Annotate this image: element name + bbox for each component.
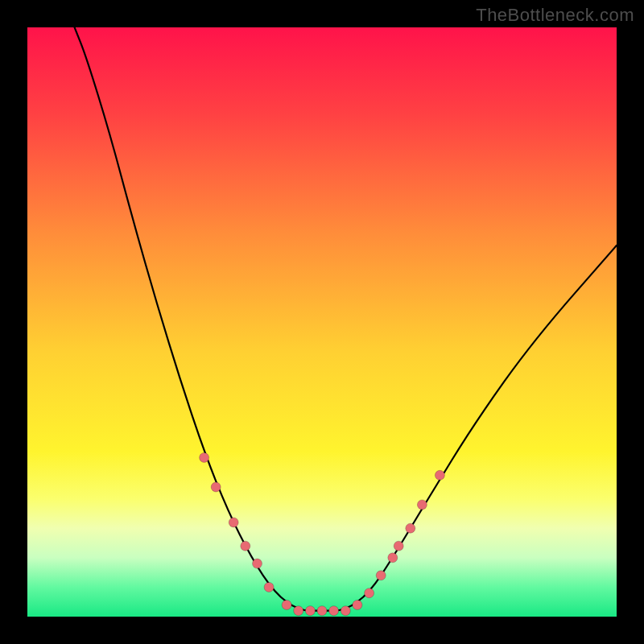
bottleneck-curve — [75, 27, 617, 611]
highlight-dot — [200, 452, 209, 462]
curve-layer — [27, 27, 617, 617]
highlight-dot — [365, 588, 374, 598]
chart-stage: TheBottleneck.com — [0, 0, 644, 644]
highlight-dot — [388, 553, 398, 563]
highlight-dot — [376, 571, 386, 580]
highlight-dot — [435, 470, 444, 480]
highlight-dot — [229, 518, 238, 527]
highlight-dot — [294, 606, 303, 616]
highlight-dot — [253, 559, 262, 568]
highlight-dot — [317, 606, 327, 616]
highlight-dots-group — [200, 452, 445, 615]
highlight-dot — [241, 541, 250, 551]
watermark-text: TheBottleneck.com — [476, 5, 634, 26]
highlight-dot — [282, 600, 291, 609]
highlight-dot — [341, 606, 350, 616]
highlight-dot — [329, 606, 339, 616]
highlight-dot — [305, 606, 315, 616]
highlight-dot — [211, 482, 221, 492]
highlight-dot — [353, 600, 362, 609]
plot-area — [27, 27, 617, 617]
highlight-dot — [264, 582, 274, 592]
highlight-dot — [417, 500, 427, 510]
highlight-dot — [394, 541, 403, 551]
highlight-dot — [406, 523, 415, 533]
